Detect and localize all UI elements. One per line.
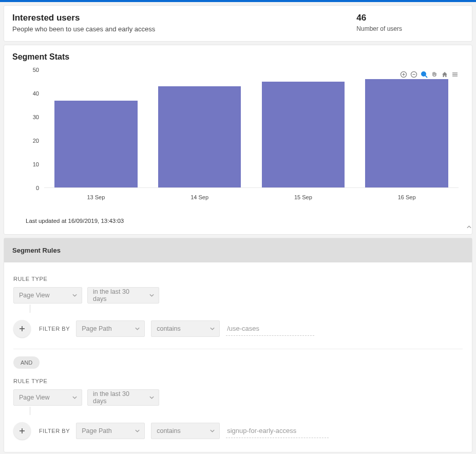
user-count-value: 46 <box>356 13 402 23</box>
timeframe-value: in the last 30 days <box>93 288 144 302</box>
x-tick-label: 16 Sep <box>398 194 416 200</box>
segment-summary-card: Interested users People who been to use … <box>4 5 472 42</box>
chevron-up-icon <box>466 224 472 230</box>
filter-field-value: Page Path <box>82 325 111 332</box>
divider <box>13 349 463 349</box>
chevron-down-icon <box>210 326 215 332</box>
filter-field-select[interactable]: Page Path <box>76 320 145 337</box>
rule-type-value: Page View <box>19 394 50 401</box>
connector-line <box>30 407 30 415</box>
rule-type-label: RULE TYPE <box>13 378 463 384</box>
rule-group: RULE TYPE Page View in the last 30 days <box>13 276 463 337</box>
y-tick-label: 50 <box>33 67 39 73</box>
chart-bar <box>262 82 345 187</box>
chevron-down-icon <box>72 395 78 401</box>
timeframe-select[interactable]: in the last 30 days <box>87 287 159 304</box>
y-tick-label: 30 <box>33 114 39 120</box>
rule-type-select[interactable]: Page View <box>13 287 82 304</box>
filter-op-select[interactable]: contains <box>151 423 220 439</box>
chevron-down-icon <box>72 293 78 298</box>
add-filter-button[interactable] <box>13 422 31 440</box>
x-tick-label: 15 Sep <box>294 194 312 200</box>
chevron-down-icon <box>149 293 155 298</box>
chart-bar <box>158 86 241 187</box>
filter-op-value: contains <box>157 427 181 434</box>
rule-type-select[interactable]: Page View <box>13 389 82 406</box>
segment-stats-card: Segment Stats <box>4 45 472 235</box>
x-tick-label: 13 Sep <box>87 194 105 200</box>
filter-field-select[interactable]: Page Path <box>76 423 145 439</box>
top-accent-bar <box>0 0 476 2</box>
rule-type-label: RULE TYPE <box>13 276 463 282</box>
filter-op-value: contains <box>157 325 181 332</box>
x-tick-label: 14 Sep <box>191 194 208 200</box>
timeframe-select[interactable]: in the last 30 days <box>87 389 159 406</box>
rules-title: Segment Rules <box>12 247 61 254</box>
last-updated-label: Last updated at 16/09/2019, 13:43:03 <box>26 218 464 224</box>
y-tick-label: 20 <box>33 138 39 144</box>
user-count-label: Number of users <box>356 25 402 32</box>
segment-title: Interested users <box>12 13 155 23</box>
rules-header[interactable]: Segment Rules <box>4 238 472 262</box>
and-connector: AND <box>13 356 40 369</box>
connector-line <box>30 305 30 313</box>
filter-by-label: FILTER BY <box>39 428 70 434</box>
segment-rules-card: Segment Rules RULE TYPE Page View in the… <box>4 238 472 452</box>
segment-subtitle: People who been to use cases and early a… <box>12 25 155 33</box>
filter-field-value: Page Path <box>82 427 111 434</box>
y-tick-label: 10 <box>33 161 39 167</box>
filter-op-select[interactable]: contains <box>151 320 220 337</box>
chevron-down-icon <box>135 326 140 332</box>
filter-by-label: FILTER BY <box>39 326 70 332</box>
y-tick-label: 0 <box>36 185 39 191</box>
rule-type-value: Page View <box>19 292 50 299</box>
chevron-down-icon <box>135 428 140 434</box>
chevron-down-icon <box>210 428 215 434</box>
rule-group: RULE TYPE Page View in the last 30 days <box>13 378 463 440</box>
segment-bar-chart: 01020304050 13 Sep14 Sep15 Sep16 Sep <box>28 70 459 203</box>
y-tick-label: 40 <box>33 90 39 97</box>
chevron-down-icon <box>149 395 155 401</box>
filter-value-input[interactable] <box>226 321 314 336</box>
stats-title: Segment Stats <box>12 52 464 62</box>
add-filter-button[interactable] <box>13 320 31 337</box>
chart-bar <box>365 79 448 187</box>
chart-bar <box>54 101 137 187</box>
timeframe-value: in the last 30 days <box>93 390 144 405</box>
filter-value-input[interactable] <box>226 424 329 438</box>
